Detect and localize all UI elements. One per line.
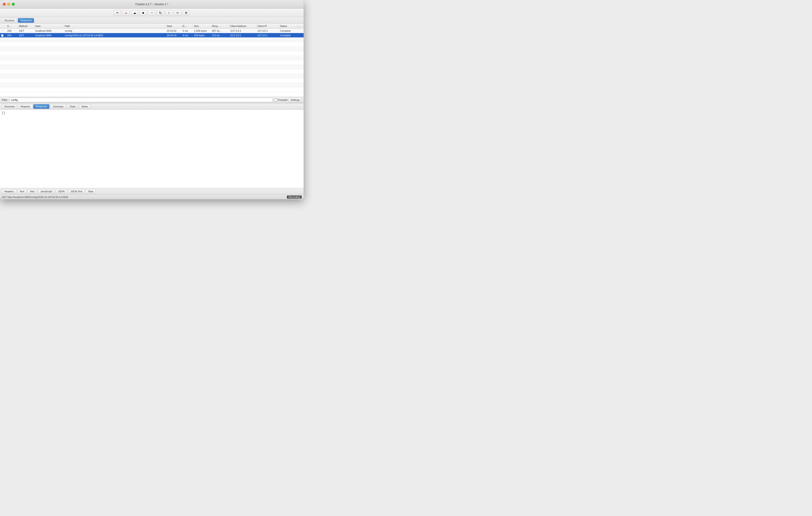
detail-panel: Overview Request Response Summary Chart … xyxy=(0,103,303,194)
toolbar: ✏ ● ☁ ■ ✦ ↻ ✓ ✂ ⚙ xyxy=(0,9,303,17)
cell-start: 20:43:52 xyxy=(166,29,182,32)
status-request-url: GET http://localhost:3000/config/2020-10… xyxy=(2,196,68,199)
tab-chart[interactable]: Chart xyxy=(67,104,78,109)
col-status[interactable]: Status xyxy=(279,25,297,27)
stop-icon: ■ xyxy=(142,11,144,14)
response-body: [] xyxy=(2,112,5,115)
table-row-empty xyxy=(0,56,303,60)
cell-client-ip: 127.0.0.1 xyxy=(257,34,279,37)
tab-notes[interactable]: Notes xyxy=(79,104,90,109)
main-container: Structure Sequence C… Method Host Path S… xyxy=(0,17,303,199)
cell-method: GET xyxy=(18,34,34,37)
table-row-empty xyxy=(0,87,303,92)
subtab-json[interactable]: JSON xyxy=(56,189,67,194)
cell-client-address: /127.0.0.1 xyxy=(229,29,257,32)
minimize-button[interactable] xyxy=(7,3,10,6)
table-row-empty xyxy=(0,42,303,47)
feather-button[interactable]: ✦ xyxy=(148,10,155,16)
col-start[interactable]: Start xyxy=(166,25,182,27)
cell-duration: 4 ms xyxy=(182,34,193,37)
table-row-empty xyxy=(0,79,303,83)
maximize-button[interactable] xyxy=(12,3,15,6)
tab-structure[interactable]: Structure xyxy=(2,18,17,23)
table-body: 📄 200 GET localhost:3000 /config 20:43:5… xyxy=(0,29,303,97)
cell-host: localhost:3000 xyxy=(34,29,64,32)
cell-status: Complete xyxy=(279,34,297,37)
col-duration[interactable]: D… xyxy=(182,25,193,27)
table-row-empty xyxy=(0,51,303,56)
close-button[interactable] xyxy=(3,3,6,6)
check-icon: ✓ xyxy=(168,11,170,15)
col-response[interactable]: Resp … xyxy=(211,25,229,27)
gear-icon: ⚙ xyxy=(185,11,187,14)
refresh-button[interactable]: ↻ xyxy=(157,10,164,16)
settings-filter-button[interactable]: Settings xyxy=(289,98,302,102)
view-tabs: Structure Sequence xyxy=(0,17,303,24)
window-controls xyxy=(3,3,15,6)
table-row[interactable]: 📄 200 GET localhost:3000 /config 20:43:5… xyxy=(0,29,303,33)
check-button[interactable]: ✓ xyxy=(165,10,173,16)
subtab-hex[interactable]: Hex xyxy=(28,189,37,194)
cell-client-ip: 127.0.0.1 xyxy=(257,29,279,32)
tab-request[interactable]: Request xyxy=(18,104,32,109)
subtab-json-text[interactable]: JSON Text xyxy=(68,189,85,194)
table-row-empty xyxy=(0,74,303,79)
doc-icon: 📄 xyxy=(1,30,4,32)
col-size[interactable]: Size xyxy=(193,25,211,27)
subtab-raw[interactable]: Raw xyxy=(86,189,96,194)
statusbar: GET http://localhost:3000/config/2020-10… xyxy=(0,194,303,199)
cell-host: localhost:3000 xyxy=(34,34,64,37)
col-path[interactable]: Path xyxy=(64,25,166,27)
col-client-address[interactable]: Client Address xyxy=(229,25,257,27)
record-icon: ● xyxy=(125,11,127,15)
col-method[interactable]: Method xyxy=(18,25,34,27)
filter-bar: Filter: Focused Settings xyxy=(0,97,303,103)
cell-duration: 4 ms xyxy=(182,29,193,32)
cloud-icon: ☁ xyxy=(133,11,136,14)
tab-response[interactable]: Response xyxy=(33,104,50,109)
window-title: Charles 4.2.7 – Session 1 * xyxy=(135,3,168,6)
col-more: … xyxy=(297,25,303,27)
cell-response: 213 by… xyxy=(211,34,229,37)
table-row-empty xyxy=(0,38,303,42)
cell-method: GET xyxy=(18,29,34,32)
table-row-empty xyxy=(0,65,303,69)
cell-icon: 📄 xyxy=(0,29,6,32)
subtab-text[interactable]: Text xyxy=(17,189,27,194)
subtab-headers[interactable]: Headers xyxy=(2,189,16,194)
filter-label: Filter: xyxy=(2,98,8,101)
table-row[interactable]: 📄 200 GET localhost:3000 /config/2020-10… xyxy=(0,33,303,38)
subtab-javascript[interactable]: JavaScript xyxy=(38,189,54,194)
cell-path: /config/2020-10-18T16:55:14.000Z xyxy=(64,34,166,37)
settings-button[interactable]: ⚙ xyxy=(183,10,190,16)
cloud-button[interactable]: ☁ xyxy=(131,10,138,16)
cell-icon: 📄 xyxy=(0,34,6,37)
col-host[interactable]: Host xyxy=(34,25,64,27)
pen-tool-icon: ✏ xyxy=(116,11,119,14)
focused-checkbox[interactable]: Focused xyxy=(274,98,287,101)
tools-button[interactable]: ✂ xyxy=(174,10,181,16)
col-code[interactable]: C… xyxy=(6,25,18,27)
cell-code: 200 xyxy=(6,29,18,32)
stop-button[interactable]: ■ xyxy=(140,10,147,16)
table-row-empty xyxy=(0,83,303,87)
tab-overview[interactable]: Overview xyxy=(2,104,17,109)
cell-start: 20:44:16 xyxy=(166,34,182,37)
table-row-empty xyxy=(0,69,303,74)
cell-response: 807 by… xyxy=(211,29,229,32)
focused-label: Focused xyxy=(278,98,287,101)
table-header: C… Method Host Path Start D… Size Resp …… xyxy=(0,24,303,29)
cell-size: 439 bytes xyxy=(193,34,211,37)
focused-checkbox-input[interactable] xyxy=(274,98,277,101)
detail-content: [] xyxy=(0,110,303,188)
cell-code: 200 xyxy=(6,34,18,37)
cell-path: /config xyxy=(64,29,166,32)
pen-tool-button[interactable]: ✏ xyxy=(114,10,121,16)
col-client-ip[interactable]: Client IP xyxy=(257,25,279,27)
tab-sequence[interactable]: Sequence xyxy=(18,18,34,23)
filter-input[interactable] xyxy=(9,98,273,102)
recording-badge: Recording xyxy=(287,195,302,199)
tab-summary[interactable]: Summary xyxy=(50,104,66,109)
record-button[interactable]: ● xyxy=(122,10,129,16)
detail-tabs: Overview Request Response Summary Chart … xyxy=(0,103,303,110)
